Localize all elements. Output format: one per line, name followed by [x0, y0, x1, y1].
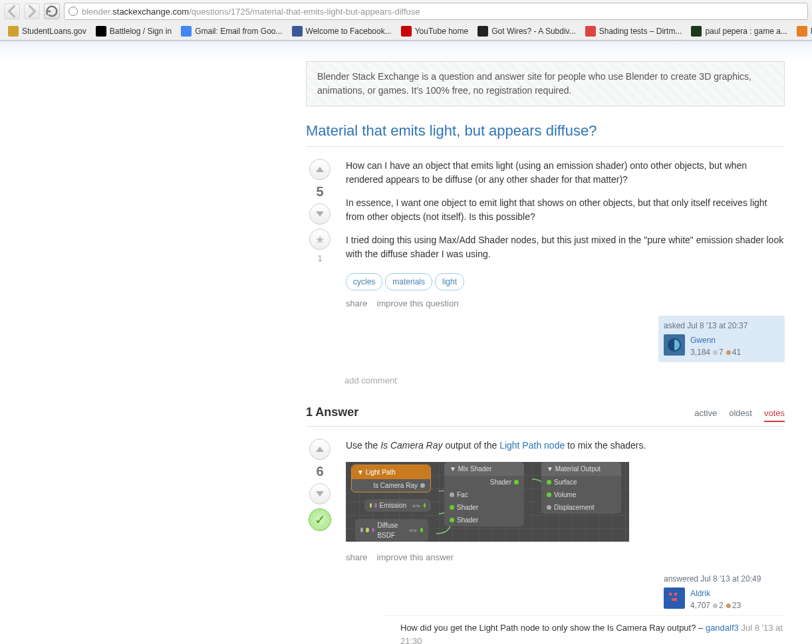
- bookmarks-bar: StudentLoans.govBattlelog / Sign inGmail…: [0, 23, 812, 41]
- question-post: 5 ★ 1 How can I have an object that emit…: [306, 159, 785, 362]
- bookmark-item[interactable]: paul pepera : game a...: [687, 25, 791, 38]
- reload-button[interactable]: [44, 3, 60, 19]
- answer-paragraph: Use the Is Camera Ray output of the Ligh…: [346, 439, 785, 453]
- question-title[interactable]: Material that emits light, but appears d…: [306, 122, 785, 140]
- user-rep: 4,707223: [690, 599, 741, 611]
- tag[interactable]: light: [435, 273, 464, 290]
- tag[interactable]: materials: [385, 273, 432, 290]
- bookmark-item[interactable]: StudentLoans.gov: [4, 25, 90, 38]
- bookmark-item[interactable]: YouTube home: [397, 25, 473, 38]
- tag-list: cyclesmaterialslight: [346, 273, 785, 290]
- vote-score: 5: [316, 184, 323, 199]
- comment-user-link[interactable]: gandalf3: [706, 623, 739, 633]
- bookmark-item[interactable]: Welcome to Facebook...: [288, 25, 396, 38]
- comment-score: [384, 621, 394, 644]
- favicon: [8, 26, 19, 37]
- answers-count: 1 Answer: [306, 405, 358, 419]
- svg-rect-3: [674, 593, 677, 595]
- question-paragraph: In essence, I want one object to emit li…: [346, 196, 785, 224]
- header-gradient: [0, 41, 812, 61]
- upvote-button[interactable]: [309, 439, 331, 460]
- bookmark-label: paul pepera : game a...: [705, 27, 787, 36]
- accepted-check-icon: ✓: [309, 508, 331, 531]
- avatar[interactable]: [664, 334, 685, 356]
- favicon: [477, 26, 488, 37]
- bookmark-label: StudentLoans.gov: [22, 27, 86, 36]
- tag[interactable]: cycles: [346, 273, 382, 290]
- svg-rect-4: [672, 598, 677, 601]
- user-link[interactable]: Aldrik: [690, 588, 741, 599]
- vote-score: 6: [316, 464, 323, 479]
- sort-active[interactable]: active: [694, 408, 717, 422]
- bookmark-label: Got Wires? - A Subdiv...: [491, 27, 576, 36]
- downvote-button[interactable]: [309, 203, 331, 225]
- bookmark-item[interactable]: Got Wires? - A Subdiv...: [474, 25, 580, 38]
- bookmark-item[interactable]: Battlelog / Sign in: [92, 25, 176, 38]
- bookmark-item[interactable]: Gmail: Email from Goo...: [177, 25, 286, 38]
- share-link[interactable]: share: [346, 297, 368, 310]
- bookmark-label: Battlelog / Sign in: [110, 27, 172, 36]
- improve-question-link[interactable]: improve this question: [377, 297, 459, 310]
- upvote-button[interactable]: [309, 159, 331, 180]
- downvote-button[interactable]: [309, 483, 331, 504]
- favicon: [181, 26, 192, 37]
- avatar[interactable]: [664, 588, 685, 609]
- user-rep: 3,184741: [690, 346, 741, 358]
- browser-chrome: blender.stackexchange.com/questions/1725…: [0, 0, 812, 41]
- favorite-button[interactable]: ★: [309, 229, 331, 250]
- bookmark-label: Shading tests – Dirtm...: [599, 27, 682, 36]
- back-button[interactable]: [4, 3, 20, 19]
- site-blurb: Blender Stack Exchange is a question and…: [306, 61, 785, 106]
- share-link[interactable]: share: [346, 551, 368, 564]
- sort-tabs: active oldest votes: [694, 408, 785, 422]
- favicon: [797, 26, 807, 37]
- sort-oldest[interactable]: oldest: [729, 408, 752, 422]
- favorite-count: 1: [318, 254, 323, 263]
- favicon: [292, 26, 303, 37]
- url-bar[interactable]: blender.stackexchange.com/questions/1725…: [64, 3, 808, 20]
- favicon: [401, 26, 412, 37]
- comment: How did you get the Light Path node to o…: [384, 616, 785, 644]
- node-graph-image: ▼ Light PathIs Camera Ray Emission◂▪▸ Di…: [346, 462, 629, 542]
- bookmark-label: Gmail: Email from Goo...: [195, 27, 282, 36]
- improve-answer-link[interactable]: improve this answer: [377, 551, 454, 564]
- comment-list: How did you get the Light Path node to o…: [384, 615, 785, 644]
- bookmark-label: YouTube home: [415, 27, 469, 36]
- asked-time: asked Jul 8 '13 at 20:37: [664, 320, 779, 332]
- bookmark-label: Welcome to Facebook...: [306, 27, 392, 36]
- favicon: [691, 26, 702, 37]
- forward-button[interactable]: [24, 3, 40, 19]
- answer-post: 6 ✓ Use the Is Camera Ray output of the …: [306, 439, 785, 645]
- answer-signature: answered Jul 8 '13 at 20:49 Aldrik 4,707…: [658, 569, 785, 615]
- question-paragraph: I tried doing this using Max/Add Shader …: [346, 233, 785, 261]
- bookmark-item[interactable]: Shading tests – Dirtm...: [581, 25, 686, 38]
- question-paragraph: How can I have an object that emits ligh…: [346, 159, 785, 187]
- bookmark-item[interactable]: Modo Cookie | Modo ...: [793, 25, 812, 38]
- add-comment-link[interactable]: add comment: [344, 376, 785, 385]
- svg-rect-2: [669, 593, 672, 595]
- globe-icon: [68, 7, 78, 16]
- light-path-link[interactable]: Light Path node: [499, 440, 565, 451]
- favicon: [585, 26, 596, 37]
- question-signature: asked Jul 8 '13 at 20:37 Gwenn 3,184741: [658, 316, 785, 362]
- comment-body: How did you get the Light Path node to o…: [400, 621, 785, 644]
- answered-time: answered Jul 8 '13 at 20:49: [664, 573, 779, 585]
- sort-votes[interactable]: votes: [764, 408, 785, 422]
- url-text: blender.stackexchange.com/questions/1725…: [82, 7, 803, 17]
- user-link[interactable]: Gwenn: [690, 334, 741, 346]
- favicon: [96, 26, 106, 37]
